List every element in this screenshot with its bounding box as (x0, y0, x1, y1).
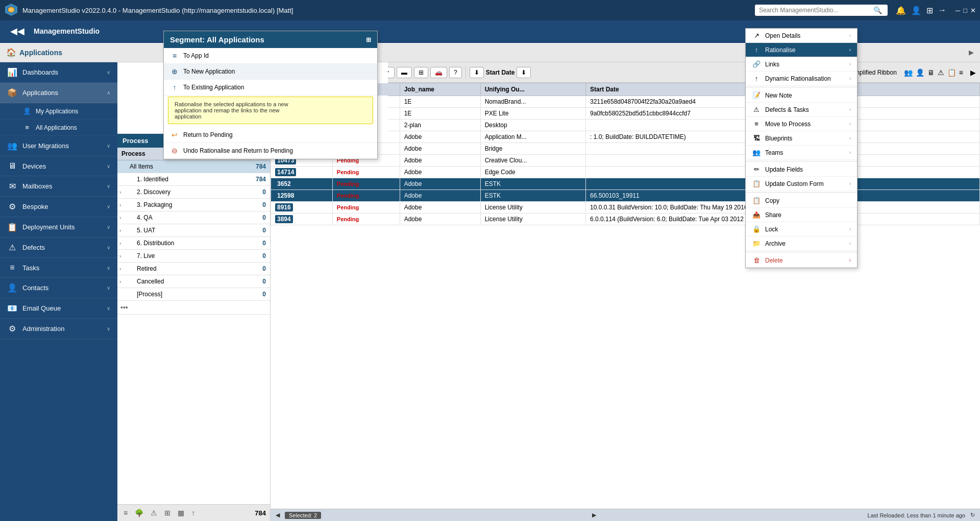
sidebar-item-deployment-units[interactable]: 📋 Deployment Units ∨ (0, 217, 117, 238)
cell-unifyingou: ESTK (480, 190, 585, 202)
process-row-6-distribution[interactable]: › 6. Distribution 0 (117, 237, 270, 250)
search-input[interactable] (759, 7, 871, 14)
cell-appid: 10473 (271, 155, 333, 167)
process-name: [Process] (127, 288, 239, 300)
user-icon[interactable]: 👤 (911, 6, 921, 15)
notification-icon[interactable]: 🔔 (896, 6, 906, 15)
view-split-button[interactable]: ⊞ (414, 67, 428, 78)
user-migrations-chevron: ∨ (107, 143, 110, 149)
search-box[interactable]: 🔍 (755, 5, 888, 16)
sidebar-item-email-queue[interactable]: 📧 Email Queue ∨ (0, 298, 117, 319)
table-row[interactable]: 14714PendingAdobeEdge Code (271, 167, 980, 178)
bottom-total-value: 784 (255, 509, 266, 517)
sidebar-label-email-queue: Email Queue (22, 304, 102, 312)
reload-icon[interactable]: ↻ (970, 512, 975, 518)
sidebar-item-my-applications[interactable]: 👤 My Applications (0, 103, 117, 120)
footer-tree-icon[interactable]: 🌳 (133, 508, 145, 518)
grid-statusbar: ◀ Selected: 2 ▶ Last Reloaded: Less than… (271, 509, 980, 521)
ms-logo-text: ManagementStudio (276, 122, 347, 130)
sidebar-label-user-migrations: User Migrations (22, 142, 102, 150)
toolbar-copy-icon[interactable]: 📋 (947, 68, 956, 77)
process-row-3-packaging[interactable]: › 3. Packaging 0 (117, 199, 270, 211)
sidebar-item-dashboards[interactable]: 📊 Dashboards ∨ (0, 62, 117, 83)
start-date-filter[interactable]: ⬇ (517, 67, 531, 78)
title-icons: 🔔 👤 ⊞ → (896, 6, 946, 15)
toolbar-person-icon[interactable]: 👤 (916, 68, 924, 77)
view-single-button[interactable]: ▬ (397, 67, 412, 78)
restore-button[interactable]: □ (963, 7, 967, 14)
toggle-button[interactable] (827, 68, 846, 77)
email-queue-chevron: ∨ (107, 305, 110, 311)
footer-grid-icon[interactable]: ⊞ (162, 508, 173, 518)
table-row[interactable]: 10473PendingAdobeCreative Clou... (271, 155, 980, 167)
col-header-jobname[interactable]: Job_name (400, 83, 480, 96)
table-row[interactable]: 12598PendingAdobeESTK66.500103_19911 (271, 190, 980, 202)
table-row[interactable]: 3894PendingAdobeLicense Utility6.0.0.114… (271, 214, 980, 225)
horizontal-scroll-left[interactable]: ◀ (276, 512, 280, 518)
sidebar-item-applications[interactable]: 📦 Applications ∧ (0, 83, 117, 103)
grid-header-row: App Id Process Job_name Unifying Ou... S… (271, 83, 980, 96)
process-row-5-uat[interactable]: › 5. UAT 0 (117, 224, 270, 237)
toolbar-list-icon[interactable]: ≡ (959, 68, 963, 77)
sidebar-label-mailboxes: Mailboxes (22, 182, 102, 190)
search-icon[interactable]: 🔍 (873, 6, 882, 14)
sidebar-item-mailboxes[interactable]: ✉ Mailboxes ∨ (0, 176, 117, 197)
footer-table-icon[interactable]: ▦ (176, 508, 186, 518)
sidebar-item-administration[interactable]: ⚙ Administration ∨ (0, 319, 117, 339)
distribution-name: 6. Distribution (127, 237, 239, 249)
sidebar-item-all-applications[interactable]: ≡ All Applications (0, 120, 117, 136)
grid-icon[interactable]: ⊞ (926, 6, 933, 15)
toolbar-warning-icon[interactable]: ⚠ (938, 68, 944, 77)
process-row-cancelled[interactable]: › Cancelled 0 (117, 275, 270, 288)
sidebar-item-bespoke[interactable]: ⚙ Bespoke ∨ (0, 197, 117, 217)
process-row-7-live[interactable]: › 7. Live 0 (117, 250, 270, 263)
table-row[interactable]: 1467PendingAdobeBridge (271, 143, 980, 155)
toolbar-computer-icon[interactable]: 🖥 (927, 68, 935, 77)
horizontal-scroll-right[interactable]: ▶ (592, 512, 596, 518)
cell-startdate: 10.0.0.31 BuildVersion: 10.0; BuildDate:… (585, 202, 979, 214)
process-row-1-identified[interactable]: 1. Identified 784 (117, 173, 270, 186)
col-header-unifyingou[interactable]: Unifying Ou... (480, 83, 585, 96)
toolbar-people-icon[interactable]: 👥 (904, 68, 913, 77)
col-header-process[interactable]: Process (332, 83, 400, 96)
sidebar-item-user-migrations[interactable]: 👥 User Migrations ∨ (0, 136, 117, 156)
col-header-appid[interactable]: App Id (271, 83, 333, 96)
process-col-header: Process (117, 148, 239, 160)
footer-list-icon[interactable]: ≡ (121, 508, 130, 518)
cell-startdate: : 1.0; BuildDate: BUILDDATETIME) (585, 131, 979, 143)
window-controls: ─ □ ✕ (955, 7, 976, 14)
sidebar-item-tasks[interactable]: ≡ Tasks ∨ (0, 258, 117, 278)
sidebar-label-all-applications: All Applications (36, 124, 77, 131)
all-applications-icon: ≡ (22, 124, 32, 131)
process-row-all-items[interactable]: All Items 784 (117, 160, 270, 173)
panel-toggle-icon[interactable]: ▶ (969, 49, 974, 56)
sidebar-item-defects[interactable]: ⚠ Defects ∨ (0, 238, 117, 258)
sidebar-toggle[interactable]: ◀◀ (6, 23, 29, 39)
sidebar-item-devices[interactable]: 🖥 Devices ∨ (0, 156, 117, 176)
discovery-total: 0 (239, 186, 270, 198)
col-header-startdate[interactable]: Start Date (585, 83, 979, 96)
process-row-retired[interactable]: › Retired 0 (117, 263, 270, 275)
dashboards-chevron: ∨ (107, 69, 110, 75)
live-name: 7. Live (127, 250, 239, 262)
cell-appid: 3652 (271, 178, 333, 190)
process-row-4-qa[interactable]: › 4. QA 0 (117, 211, 270, 224)
panel-expand-icon[interactable]: ▶ (970, 68, 976, 77)
process-row-process[interactable]: [Process] 0 (117, 288, 270, 301)
filter-icon[interactable]: ⬇ (470, 67, 484, 78)
cell-startdate (585, 155, 979, 167)
footer-up-icon[interactable]: ↑ (189, 508, 197, 518)
close-button[interactable]: ✕ (970, 7, 976, 14)
table-row[interactable]: 8916PendingAdobeLicense Utility10.0.0.31… (271, 202, 980, 214)
table-row[interactable]: 3652PendingAdobeESTK (271, 178, 980, 190)
process-row-more[interactable]: ••• (117, 301, 270, 315)
content-body: ManagementStudio Process ◀ Process Total (117, 62, 980, 521)
minimize-button[interactable]: ─ (955, 7, 960, 14)
exit-icon[interactable]: → (938, 6, 946, 15)
help-button[interactable]: ? (449, 67, 462, 78)
cell-startdate (585, 167, 979, 178)
footer-alert-icon[interactable]: ⚠ (149, 508, 159, 518)
sidebar-item-contacts[interactable]: 👤 Contacts ∨ (0, 278, 117, 298)
process-row-2-discovery[interactable]: › 2. Discovery 0 (117, 186, 270, 199)
view-car-button[interactable]: 🚗 (430, 67, 447, 78)
